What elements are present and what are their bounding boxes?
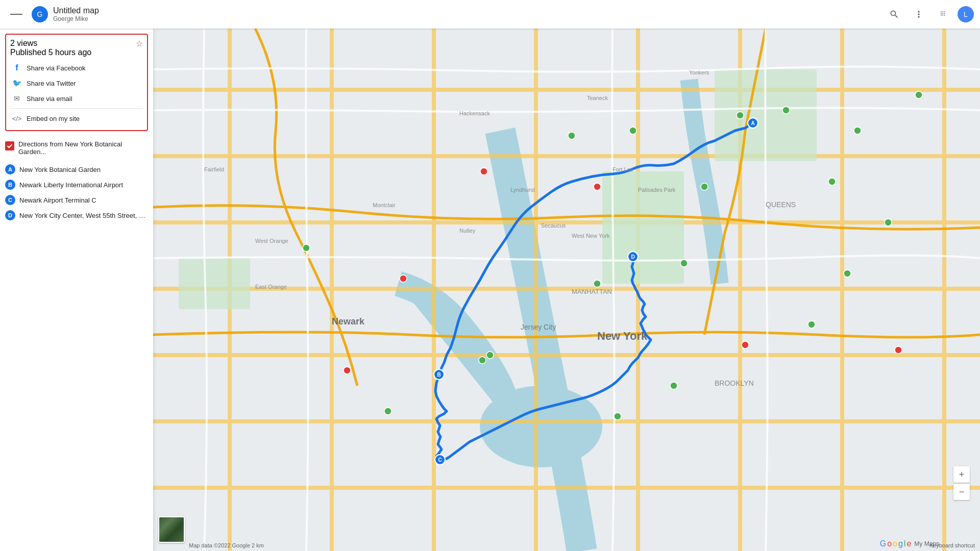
map-attribution: Map data ©2022 Google 2 km (189, 542, 264, 548)
svg-point-53 (594, 280, 601, 287)
user-avatar-small[interactable]: G (32, 6, 48, 22)
share-panel-header: 2 views Published 5 hours ago ☆ (10, 39, 143, 57)
svg-point-47 (480, 168, 487, 175)
svg-text:New York: New York (597, 330, 648, 342)
app-header: G Untitled map Goerge Mike L (0, 0, 980, 29)
svg-text:Newark: Newark (332, 316, 365, 327)
user-avatar-main[interactable]: L (958, 6, 974, 22)
svg-text:QUEENS: QUEENS (766, 201, 796, 209)
svg-point-56 (737, 112, 744, 119)
waypoint-d[interactable]: D New York City Center, West 55th Street… (5, 208, 148, 223)
svg-point-49 (629, 127, 636, 134)
views-count: 2 views (10, 39, 37, 47)
directions-label[interactable]: Directions from New York Botanical Garde… (18, 140, 148, 156)
zoom-out-button[interactable]: − (953, 484, 970, 500)
more-vert-icon (914, 9, 924, 19)
svg-text:B: B (437, 372, 440, 378)
svg-point-57 (303, 244, 310, 252)
svg-point-58 (384, 408, 391, 415)
svg-point-50 (701, 183, 708, 190)
waypoint-letter-a: A (5, 164, 15, 174)
google-e: e (906, 539, 911, 548)
embed-label: Embed on my site (27, 115, 80, 122)
user-initial: L (964, 10, 968, 18)
google-apps-button[interactable] (933, 4, 953, 24)
svg-point-51 (400, 275, 407, 282)
waypoint-text-a: New York Botanical Garden (19, 166, 148, 173)
waypoint-text-c: Newark Airport Terminal C (19, 196, 148, 204)
star-icon[interactable]: ☆ (136, 39, 143, 48)
svg-text:C: C (438, 457, 442, 463)
waypoint-b[interactable]: B Newark Liberty International Airport (5, 177, 148, 192)
svg-text:Montclair: Montclair (373, 202, 396, 208)
google-o1: o (887, 539, 892, 548)
map-controls: + − (953, 466, 970, 500)
svg-text:Hackensack: Hackensack (459, 110, 490, 116)
svg-point-60 (844, 270, 851, 277)
waypoint-text-b: Newark Liberty International Airport (19, 181, 148, 189)
map-background: A B C D Newark New York Jersey City MANH… (153, 29, 980, 551)
search-icon (889, 9, 899, 19)
waypoint-letter-b: B (5, 180, 15, 190)
checkmark-icon (7, 143, 13, 149)
map-author: Goerge Mike (53, 15, 99, 22)
svg-text:Secaucus: Secaucus (541, 222, 566, 229)
svg-point-64 (742, 341, 749, 348)
google-g: G (880, 539, 886, 548)
svg-text:Nutley: Nutley (459, 228, 476, 234)
keyboard-shortcut-label: Keyboard shortcut (929, 542, 975, 548)
svg-point-65 (808, 321, 815, 328)
directions-row: Directions from New York Botanical Garde… (0, 136, 153, 160)
share-email-button[interactable]: ✉ Share via email (10, 91, 143, 106)
svg-point-54 (486, 352, 494, 359)
waypoints-list: A New York Botanical Garden B Newark Lib… (0, 160, 153, 228)
svg-point-52 (680, 260, 688, 267)
google-g2: g (898, 539, 903, 548)
google-o2: o (893, 539, 897, 548)
svg-point-48 (568, 132, 575, 139)
svg-point-70 (915, 91, 922, 98)
embed-button[interactable]: </> Embed on my site (10, 111, 143, 126)
svg-point-59 (344, 367, 351, 374)
zoom-in-button[interactable]: + (953, 466, 970, 483)
satellite-thumbnail[interactable] (158, 516, 185, 543)
twitter-icon: 🐦 (12, 79, 21, 88)
waypoint-c[interactable]: C Newark Airport Terminal C (5, 192, 148, 208)
waypoint-a[interactable]: A New York Botanical Garden (5, 162, 148, 177)
share-twitter-label: Share via Twitter (27, 80, 76, 87)
views-info: 2 views Published 5 hours ago (10, 39, 91, 57)
svg-point-69 (854, 127, 861, 134)
directions-checkbox[interactable] (5, 141, 14, 151)
share-twitter-button[interactable]: 🐦 Share via Twitter (10, 76, 143, 91)
header-left: G Untitled map Goerge Mike (6, 4, 99, 24)
share-facebook-button[interactable]: f Share via Facebook (10, 60, 143, 76)
svg-text:D: D (631, 254, 634, 260)
map-title: Untitled map (53, 6, 99, 15)
embed-icon: </> (12, 114, 21, 123)
svg-point-63 (670, 382, 677, 389)
svg-rect-19 (179, 258, 250, 309)
waypoint-letter-d: D (5, 210, 15, 220)
svg-point-67 (479, 357, 486, 364)
grid-icon (938, 9, 948, 19)
svg-point-66 (895, 346, 902, 354)
svg-text:A: A (751, 120, 754, 126)
map-title-area: Untitled map Goerge Mike (53, 6, 99, 23)
satellite-thumb-inner (159, 517, 184, 542)
svg-text:Palisades Park: Palisades Park (638, 187, 676, 193)
svg-text:Teaneck: Teaneck (587, 95, 608, 101)
svg-text:West Orange: West Orange (255, 238, 288, 244)
svg-point-71 (594, 183, 601, 190)
svg-point-55 (828, 178, 836, 185)
svg-text:West New York: West New York (572, 233, 610, 239)
google-l: l (904, 539, 906, 548)
menu-button[interactable] (6, 4, 27, 24)
more-options-button[interactable] (909, 4, 929, 24)
svg-text:Fairfield: Fairfield (204, 166, 224, 172)
map-area[interactable]: A B C D Newark New York Jersey City MANH… (153, 29, 980, 551)
facebook-icon: f (12, 63, 21, 72)
map-footer-right: Keyboard shortcut (929, 542, 975, 548)
search-button[interactable] (884, 4, 904, 24)
header-right: L (884, 4, 974, 24)
waypoint-text-d: New York City Center, West 55th Street, … (19, 212, 148, 219)
